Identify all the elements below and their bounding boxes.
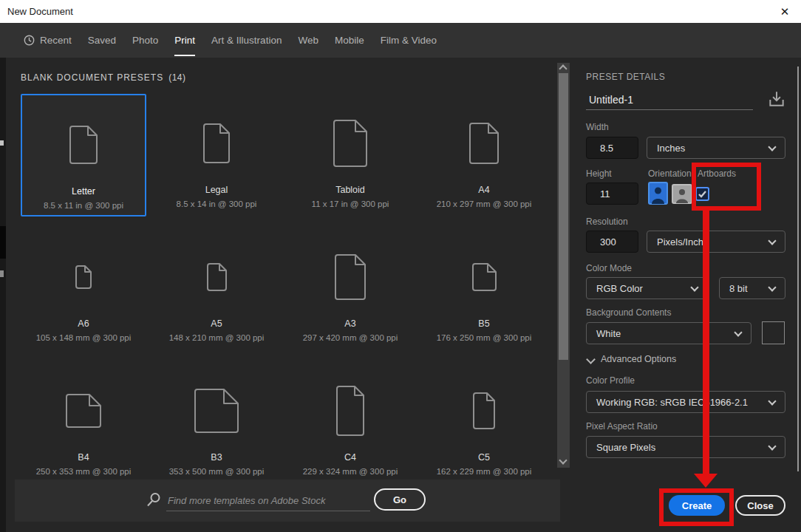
preset-name: A5	[211, 318, 222, 329]
preset-name: B5	[478, 318, 489, 329]
width-label: Width	[586, 122, 609, 132]
height-input[interactable]	[586, 183, 638, 205]
document-icon	[69, 95, 98, 184]
chevron-down-icon	[768, 283, 776, 291]
background-color-swatch[interactable]	[762, 321, 785, 344]
width-input[interactable]	[586, 137, 638, 159]
tab-saved[interactable]: Saved	[88, 23, 116, 58]
scroll-up-icon[interactable]	[559, 64, 567, 72]
color-profile-label: Color Profile	[586, 375, 635, 386]
preset-name: Tabloid	[335, 185, 365, 195]
preset-card-a5[interactable]: A5148 x 210 mm @ 300 ppi	[154, 228, 279, 350]
resolution-input[interactable]	[586, 231, 638, 253]
color-mode-select[interactable]: RGB Color	[586, 277, 708, 299]
tabbar: RecentSavedPhotoPrintArt & IllustrationW…	[0, 23, 801, 58]
preset-dimensions: 210 x 297 mm @ 300 ppi	[437, 200, 532, 208]
preset-dimensions: 8.5 x 11 in @ 300 ppi	[44, 201, 123, 210]
scroll-down-icon[interactable]	[559, 456, 567, 464]
scrollbar-thumb[interactable]	[559, 73, 568, 360]
preset-dimensions: 162 x 229 mm @ 300 ppi	[437, 467, 532, 476]
go-button[interactable]: Go	[374, 488, 426, 511]
orientation-landscape-button[interactable]	[672, 184, 692, 207]
unit-select[interactable]: Inches	[647, 137, 785, 159]
annotation-arrow-shaft	[703, 209, 709, 474]
preset-dimensions: 353 x 500 mm @ 300 ppi	[169, 467, 265, 476]
close-window-button[interactable]: ✕	[773, 0, 797, 23]
tab-recent[interactable]: Recent	[24, 23, 72, 58]
new-document-dialog: New Document ✕ RecentSavedPhotoPrintArt …	[0, 0, 801, 532]
tab-label: Photo	[132, 35, 158, 46]
clock-icon	[24, 35, 35, 46]
tab-art-illustration[interactable]: Art & Illustration	[211, 23, 282, 58]
tab-print[interactable]: Print	[174, 23, 195, 58]
preset-dimensions: 148 x 210 mm @ 300 ppi	[169, 333, 265, 342]
preset-dimensions: 8.5 x 14 in @ 300 ppi	[177, 200, 257, 208]
pixel-aspect-ratio-select[interactable]: Square Pixels	[586, 436, 785, 458]
preset-name: Legal	[205, 185, 228, 195]
document-icon	[469, 94, 499, 183]
orientation-label: Orientation	[648, 168, 692, 179]
document-name-field[interactable]	[586, 90, 753, 110]
chevron-down-icon	[768, 236, 776, 245]
chevron-down-icon	[768, 143, 776, 151]
tab-mobile[interactable]: Mobile	[335, 23, 364, 58]
document-icon	[207, 228, 227, 316]
preset-name: Letter	[72, 186, 95, 197]
tab-label: Print	[174, 35, 195, 46]
preset-card-b5[interactable]: B5176 x 250 mm @ 300 ppi	[421, 228, 547, 350]
presets-scrollbar[interactable]	[557, 63, 570, 468]
tab-film-video[interactable]: Film & Video	[381, 23, 437, 58]
stock-search-input[interactable]	[166, 490, 370, 511]
titlebar: New Document ✕	[0, 0, 801, 23]
bit-depth-select[interactable]: 8 bit	[719, 277, 785, 299]
tab-label: Film & Video	[381, 35, 437, 46]
document-icon	[66, 361, 101, 450]
pixel-aspect-ratio-label: Pixel Aspect Ratio	[586, 421, 658, 432]
preset-card-b4[interactable]: B4250 x 353 mm @ 300 ppi	[21, 361, 146, 484]
tab-label: Art & Illustration	[211, 35, 282, 46]
tab-photo[interactable]: Photo	[132, 23, 158, 58]
preset-card-a6[interactable]: A6105 x 148 mm @ 300 ppi	[21, 228, 146, 350]
preset-dimensions: 176 x 250 mm @ 300 ppi	[437, 333, 532, 342]
document-icon	[333, 94, 367, 183]
document-icon	[194, 361, 239, 450]
preset-card-tabloid[interactable]: Tabloid11 x 17 in @ 300 ppi	[287, 94, 413, 216]
preset-dimensions: 105 x 148 mm @ 300 ppi	[36, 333, 132, 342]
document-icon	[473, 361, 495, 450]
preset-dimensions: 297 x 420 mm @ 300 ppi	[303, 333, 398, 342]
preset-dimensions: 250 x 353 mm @ 300 ppi	[36, 467, 132, 476]
document-icon	[75, 228, 92, 316]
chevron-down-icon	[768, 397, 776, 405]
preset-dimensions: 229 x 324 mm @ 300 ppi	[303, 467, 398, 476]
orientation-portrait-button[interactable]	[648, 182, 668, 208]
preset-card-a3[interactable]: A3297 x 420 mm @ 300 ppi	[287, 228, 413, 350]
preset-card-c4[interactable]: C4229 x 324 mm @ 300 ppi	[287, 361, 413, 484]
preset-name: A6	[78, 318, 89, 329]
advanced-options-chevron-icon[interactable]	[586, 355, 596, 364]
advanced-options-toggle[interactable]: Advanced Options	[601, 354, 676, 364]
save-preset-icon[interactable]	[767, 89, 786, 112]
chevron-down-icon	[690, 283, 698, 291]
tab-label: Recent	[40, 35, 72, 46]
preset-card-c5[interactable]: C5162 x 229 mm @ 300 ppi	[421, 361, 547, 484]
resolution-unit-select[interactable]: Pixels/Inch	[647, 231, 785, 253]
preset-card-letter[interactable]: Letter8.5 x 11 in @ 300 ppi	[21, 94, 146, 216]
background-app-edge	[0, 58, 6, 532]
presets-count: (14)	[168, 72, 185, 83]
height-label: Height	[586, 168, 612, 179]
adobe-stock-search-panel: Go	[15, 480, 560, 522]
document-icon	[335, 228, 366, 316]
background-contents-select[interactable]: White	[586, 322, 751, 344]
preset-card-a4[interactable]: A4210 x 297 mm @ 300 ppi	[421, 94, 547, 216]
tab-web[interactable]: Web	[298, 23, 318, 58]
chevron-down-icon	[768, 442, 776, 450]
color-profile-select[interactable]: Working RGB: sRGB IEC61966-2.1	[586, 391, 785, 413]
preset-card-b3[interactable]: B3353 x 500 mm @ 300 ppi	[154, 361, 279, 484]
preset-dimensions: 11 x 17 in @ 300 ppi	[312, 200, 389, 208]
tab-label: Saved	[88, 35, 116, 46]
close-button[interactable]: Close	[735, 495, 785, 516]
chevron-down-icon	[734, 328, 742, 336]
search-icon	[146, 492, 161, 511]
preset-name: C5	[478, 452, 490, 463]
preset-card-legal[interactable]: Legal8.5 x 14 in @ 300 ppi	[154, 94, 279, 216]
